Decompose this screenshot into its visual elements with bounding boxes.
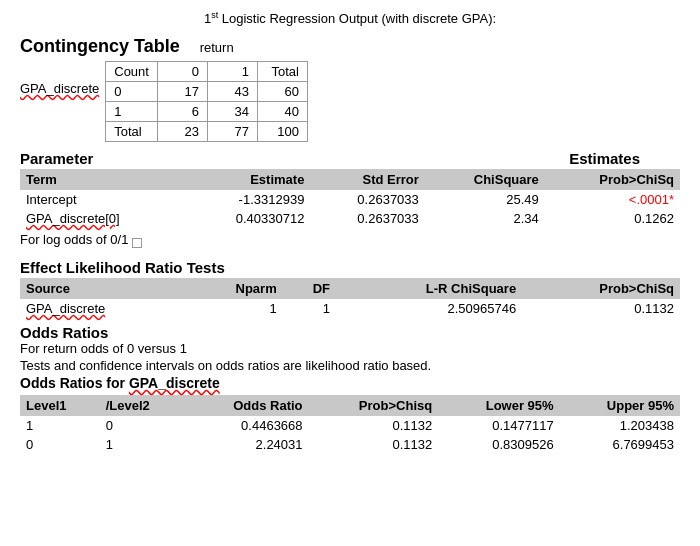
prob-chisq-val2: 0.1132 <box>309 435 439 454</box>
col-prob-chisq: Prob>ChiSq <box>545 169 680 190</box>
contingency-title: Contingency Table <box>20 36 180 57</box>
return-link[interactable]: return <box>200 40 234 55</box>
estimates-title: Estimates <box>569 150 640 167</box>
table-row: 0 1 2.24031 0.1132 0.8309526 6.7699453 <box>20 435 680 454</box>
parameter-table: Term Estimate Std Error ChiSquare Prob>C… <box>20 169 680 228</box>
chi-gpa: 2.34 <box>425 209 545 228</box>
parameter-estimates-header: Parameter Estimates <box>20 150 680 167</box>
odds-ratios-section: Odds Ratios For return odds of 0 versus … <box>20 324 680 391</box>
col-term: Term <box>20 169 185 190</box>
table-row: GPA_discrete 1 1 2.50965746 0.1132 <box>20 299 680 318</box>
header-0: 0 <box>157 62 207 82</box>
col-level2: /Level2 <box>100 395 185 416</box>
table-row: 0 17 43 60 <box>106 82 308 102</box>
effect-table: Source Nparm DF L-R ChiSquare Prob>ChiSq… <box>20 278 680 318</box>
col-nparm: Nparm <box>186 278 283 299</box>
col-level1: Level1 <box>20 395 100 416</box>
prob-intercept: <.0001* <box>545 190 680 209</box>
page-title: 1st Logistic Regression Output (with dis… <box>20 10 680 26</box>
chi-intercept: 25.49 <box>425 190 545 209</box>
col-lr-chisq: L-R ChiSquare <box>336 278 522 299</box>
nparm-val: 1 <box>186 299 283 318</box>
table-row: 1 0 0.4463668 0.1132 0.1477117 1.203438 <box>20 416 680 435</box>
col-estimate: Estimate <box>185 169 311 190</box>
odds-ratios-note1: For return odds of 0 versus 1 <box>20 341 680 356</box>
log-odds-note: For log odds of 0/1 <box>20 232 128 247</box>
col-prob-chisq: Prob>Chisq <box>309 395 439 416</box>
table-row: Intercept -1.3312939 0.2637033 25.49 <.0… <box>20 190 680 209</box>
parameter-title: Parameter <box>20 150 93 167</box>
col-upper95: Upper 95% <box>560 395 680 416</box>
prob-gpa: 0.1262 <box>545 209 680 228</box>
estimate-gpa: 0.40330712 <box>185 209 311 228</box>
lr-chisq-val: 2.50965746 <box>336 299 522 318</box>
col-prob-chisq: Prob>ChiSq <box>522 278 680 299</box>
gpa-underline-label: GPA_discrete <box>129 375 220 391</box>
odds-ratio-val2: 2.24031 <box>185 435 309 454</box>
odds-table: Level1 /Level2 Odds Ratio Prob>Chisq Low… <box>20 395 680 454</box>
df-val: 1 <box>283 299 336 318</box>
table-row: 1 6 34 40 <box>106 102 308 122</box>
prob-val: 0.1132 <box>522 299 680 318</box>
gpa-discrete-label: GPA_discrete <box>20 81 99 96</box>
upper95-val2: 6.7699453 <box>560 435 680 454</box>
lower95-val2: 0.8309526 <box>438 435 559 454</box>
lower95-val: 0.1477117 <box>438 416 559 435</box>
prob-chisq-val: 0.1132 <box>309 416 439 435</box>
odds-ratios-note2: Tests and confidence intervals on odds r… <box>20 358 680 373</box>
estimate-intercept: -1.3312939 <box>185 190 311 209</box>
stderr-intercept: 0.2637033 <box>310 190 424 209</box>
level2-val: 0 <box>100 416 185 435</box>
term-gpa: GPA_discrete[0] <box>20 209 185 228</box>
level2-val2: 1 <box>100 435 185 454</box>
header-1: 1 <box>207 62 257 82</box>
col-stderr: Std Error <box>310 169 424 190</box>
col-chisquare: ChiSquare <box>425 169 545 190</box>
contingency-area: GPA_discrete Count 0 1 Total 0 17 43 60 … <box>20 61 680 142</box>
col-source: Source <box>20 278 186 299</box>
stderr-gpa: 0.2637033 <box>310 209 424 228</box>
table-row: Total 23 77 100 <box>106 122 308 142</box>
source-gpa: GPA_discrete <box>20 299 186 318</box>
col-odds-ratio: Odds Ratio <box>185 395 309 416</box>
effect-table-header: Source Nparm DF L-R ChiSquare Prob>ChiSq <box>20 278 680 299</box>
upper95-val: 1.203438 <box>560 416 680 435</box>
param-table-header: Term Estimate Std Error ChiSquare Prob>C… <box>20 169 680 190</box>
term-intercept: Intercept <box>20 190 185 209</box>
odds-ratios-title: Odds Ratios <box>20 324 680 341</box>
checkbox[interactable] <box>132 238 142 248</box>
odds-ratio-val: 0.4463668 <box>185 416 309 435</box>
col-lower95: Lower 95% <box>438 395 559 416</box>
odds-table-header: Level1 /Level2 Odds Ratio Prob>Chisq Low… <box>20 395 680 416</box>
header-total: Total <box>257 62 307 82</box>
level1-val: 1 <box>20 416 100 435</box>
odds-ratios-gpa-title: Odds Ratios for GPA_discrete <box>20 375 680 391</box>
col-df: DF <box>283 278 336 299</box>
contingency-header: Contingency Table return <box>20 36 680 57</box>
contingency-table: Count 0 1 Total 0 17 43 60 1 6 34 40 Tot… <box>105 61 308 142</box>
effect-lr-title: Effect Likelihood Ratio Tests <box>20 259 680 276</box>
header-count: Count <box>106 62 158 82</box>
level1-val2: 0 <box>20 435 100 454</box>
table-row: GPA_discrete[0] 0.40330712 0.2637033 2.3… <box>20 209 680 228</box>
table-row: Count 0 1 Total <box>106 62 308 82</box>
